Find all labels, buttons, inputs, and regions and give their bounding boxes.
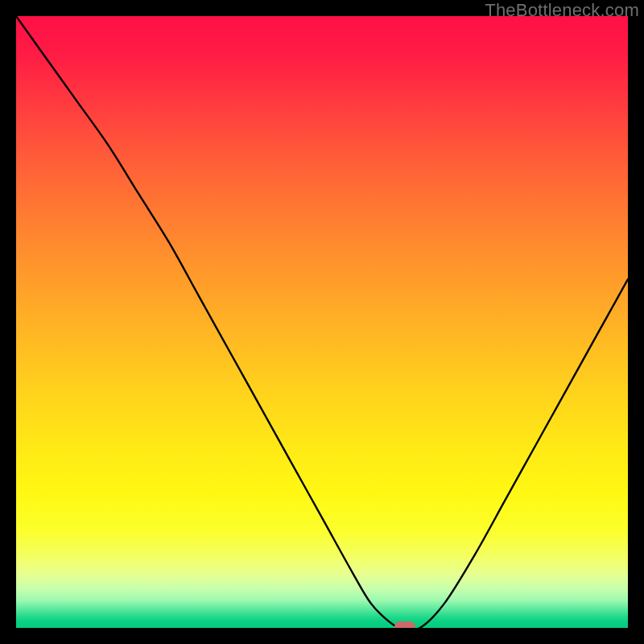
plot-area bbox=[16, 16, 628, 628]
chart-frame: TheBottleneck.com bbox=[0, 0, 644, 644]
bottleneck-curve bbox=[16, 16, 628, 628]
watermark-text: TheBottleneck.com bbox=[485, 0, 639, 21]
optimal-marker bbox=[394, 621, 415, 628]
